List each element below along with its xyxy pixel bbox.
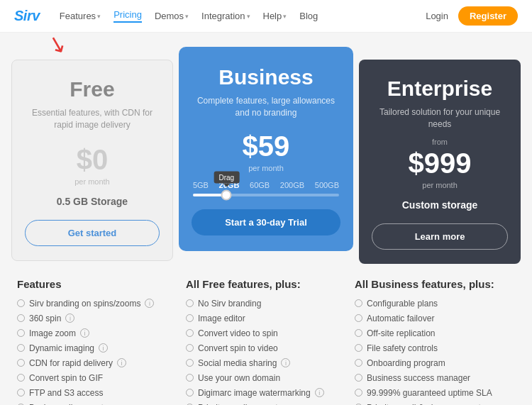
nav-links: Features▾ Pricing Demos▾ Integration▾ He…	[60, 9, 426, 23]
free-plan-storage: 0.5 GB Storage	[25, 196, 160, 207]
bullet-icon	[186, 389, 194, 396]
feature-item: Sirv branding on spins/zooms i	[17, 299, 177, 309]
info-icon[interactable]: i	[281, 358, 290, 367]
bullet-icon	[17, 389, 25, 396]
business-plan-card: Business Complete features, large allowa…	[179, 47, 353, 251]
bullet-icon	[355, 329, 362, 337]
nav-right: Login Register	[426, 6, 518, 26]
feature-item: Use your own domain	[186, 373, 346, 383]
slider-label-5gb: 5GB	[193, 181, 209, 189]
bullet-icon	[355, 359, 362, 367]
info-icon[interactable]: i	[145, 299, 154, 308]
red-arrow: ↘	[45, 28, 70, 60]
bullet-icon	[17, 329, 25, 337]
feature-item: Onboarding program	[355, 358, 515, 368]
slider-thumb[interactable]: Drag	[221, 189, 232, 200]
feature-item: Basic email support	[17, 403, 177, 405]
slider-label-500gb: 500GB	[315, 181, 339, 189]
free-plan-desc: Essential features, with CDN for rapid i…	[25, 107, 160, 131]
business-price-amount: $59	[243, 131, 290, 162]
register-button[interactable]: Register	[458, 6, 518, 26]
free-plan-period: per month	[25, 177, 160, 186]
feature-item: Convert spin to video	[186, 343, 346, 353]
free-features-title: Features	[17, 278, 177, 290]
bullet-icon	[186, 344, 194, 352]
info-icon[interactable]: i	[65, 314, 74, 323]
bullet-icon	[17, 359, 25, 367]
feature-item: Dynamic imaging i	[17, 343, 177, 353]
bullet-icon	[17, 344, 25, 352]
business-plan-name: Business	[192, 65, 340, 89]
brand-logo[interactable]: Sirv	[14, 8, 40, 24]
bullet-icon	[355, 299, 362, 307]
slider-label-200gb: 200GB	[280, 181, 304, 189]
nav-link-blog[interactable]: Blog	[299, 11, 318, 21]
feature-item: Priority email & phone support	[355, 403, 515, 405]
feature-item: No Sirv branding	[186, 299, 346, 309]
enterprise-price-amount: $999	[409, 148, 472, 179]
feature-item: Automatic failover	[355, 314, 515, 323]
enterprise-plan-storage: Custom storage	[372, 199, 508, 211]
business-plan-desc: Complete features, large allowances and …	[192, 95, 340, 119]
bullet-icon	[186, 299, 194, 307]
feature-item: Business success manager	[355, 373, 515, 383]
free-plan-card: ↘ Free Essential features, with CDN for …	[11, 60, 173, 261]
navbar: Sirv Features▾ Pricing Demos▾ Integratio…	[0, 0, 532, 33]
business-features-title: All Free features, plus:	[186, 278, 346, 290]
slider-label-60gb: 60GB	[250, 181, 270, 189]
free-price-amount: $0	[77, 144, 109, 175]
pricing-section: ↘ Free Essential features, with CDN for …	[0, 33, 532, 275]
info-icon[interactable]: i	[117, 358, 126, 367]
bullet-icon	[355, 389, 362, 396]
feature-item: Digimarc image watermarking i	[186, 388, 346, 398]
nav-link-pricing[interactable]: Pricing	[113, 9, 142, 23]
nav-link-features[interactable]: Features▾	[60, 11, 101, 21]
slider-track: Drag	[193, 194, 339, 196]
business-features-col: All Free features, plus: No Sirv brandin…	[186, 278, 346, 405]
feature-item: Convert spin to GIF	[17, 373, 177, 383]
bullet-icon	[186, 329, 194, 337]
info-icon[interactable]: i	[315, 388, 324, 397]
feature-item: File safety controls	[355, 343, 515, 353]
business-plan-price: $59	[192, 131, 340, 162]
feature-item: 360 spin i	[17, 314, 177, 323]
feature-item: Social media sharing i	[186, 358, 346, 368]
info-icon[interactable]: i	[80, 328, 89, 338]
feature-item: Image editor	[186, 314, 346, 323]
nav-link-help[interactable]: Help▾	[263, 11, 287, 21]
enterprise-features-title: All Business features, plus:	[355, 278, 515, 290]
business-plan-cta[interactable]: Start a 30-day Trial	[192, 209, 340, 235]
enterprise-plan-cta[interactable]: Learn more	[372, 223, 508, 250]
bullet-icon	[186, 374, 194, 382]
bullet-icon	[355, 374, 362, 382]
bullet-icon	[17, 374, 25, 382]
nav-link-demos[interactable]: Demos▾	[155, 11, 189, 21]
bullet-icon	[17, 314, 25, 322]
drag-tooltip: Drag	[214, 171, 239, 183]
enterprise-plan-price: $999	[372, 148, 508, 179]
feature-item: 99.999% guaranteed uptime SLA	[355, 388, 515, 398]
bullet-icon	[355, 314, 362, 322]
nav-link-integration[interactable]: Integration▾	[201, 11, 250, 21]
tooltip-arrow	[223, 183, 230, 187]
free-features-col: Features Sirv branding on spins/zooms i …	[17, 278, 177, 405]
enterprise-plan-period: per month	[372, 181, 508, 189]
info-icon[interactable]: i	[99, 343, 108, 353]
features-section: Features Sirv branding on spins/zooms i …	[0, 275, 532, 405]
feature-item: CDN for rapid delivery i	[17, 358, 177, 368]
feature-item: Configurable plans	[355, 299, 515, 309]
free-plan-price: $0	[25, 144, 160, 176]
enterprise-from: from	[372, 138, 508, 146]
plans-grid: ↘ Free Essential features, with CDN for …	[11, 52, 521, 264]
free-plan-cta[interactable]: Get started	[25, 220, 160, 246]
login-link[interactable]: Login	[426, 11, 448, 21]
features-grid: Features Sirv branding on spins/zooms i …	[17, 278, 515, 405]
feature-item: Off-site replication	[355, 328, 515, 338]
bullet-icon	[17, 299, 25, 307]
feature-item: Convert video to spin	[186, 328, 346, 338]
bullet-icon	[186, 314, 194, 322]
bullet-icon	[355, 344, 362, 352]
bullet-icon	[186, 359, 194, 367]
enterprise-plan-card: Enterprise Tailored solution for your un…	[359, 60, 521, 264]
feature-item: Image zoom i	[17, 328, 177, 338]
